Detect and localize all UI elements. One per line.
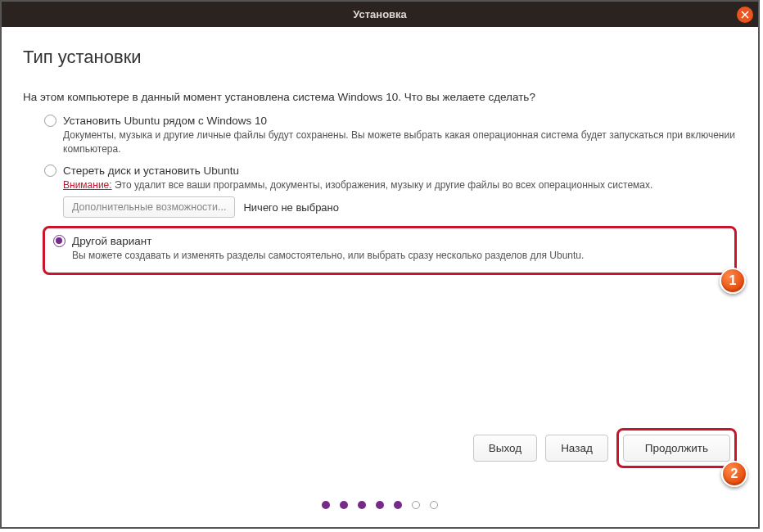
option-alongside-desc: Документы, музыка и другие личные файлы … — [63, 128, 737, 156]
navigation-buttons: Выход Назад Продолжить 2 — [473, 428, 737, 468]
highlight-other-option: Другой вариант Вы можете создавать и изм… — [43, 226, 737, 275]
content-area: Тип установки На этом компьютере в данны… — [2, 27, 758, 527]
advanced-row: Дополнительные возможности... Ничего не … — [63, 196, 737, 218]
option-something-else: Другой вариант Вы можете создавать и изм… — [53, 235, 726, 263]
back-button[interactable]: Назад — [545, 435, 608, 462]
page-title: Тип установки — [23, 47, 737, 68]
highlight-continue: Продолжить 2 — [616, 428, 737, 468]
option-erase-desc: Внимание: Это удалит все ваши программы,… — [63, 178, 737, 192]
option-erase-desc-rest: Это удалит все ваши программы, документы… — [112, 179, 653, 191]
continue-button[interactable]: Продолжить — [623, 435, 730, 462]
radio-other[interactable] — [53, 235, 65, 247]
window-frame: Установка Тип установки На этом компьюте… — [0, 0, 760, 529]
option-other-desc: Вы можете создавать и изменять разделы с… — [72, 249, 726, 263]
radio-erase[interactable] — [44, 165, 56, 177]
intro-text: На этом компьютере в данный момент устан… — [23, 91, 737, 103]
callout-badge-2: 2 — [721, 461, 747, 487]
callout-badge-1: 1 — [720, 268, 746, 294]
advanced-features-button[interactable]: Дополнительные возможности... — [63, 196, 235, 218]
option-erase-disk: Стереть диск и установить Ubuntu Внимани… — [44, 165, 737, 219]
close-button[interactable] — [737, 7, 753, 23]
progress-dot — [322, 501, 330, 509]
close-icon — [741, 11, 749, 19]
window-title: Установка — [2, 8, 758, 20]
warning-prefix: Внимание: — [63, 179, 112, 191]
titlebar: Установка — [2, 2, 758, 27]
progress-dot — [358, 501, 366, 509]
radio-alongside[interactable] — [44, 115, 56, 127]
option-install-alongside: Установить Ubuntu рядом с Windows 10 Док… — [44, 115, 737, 156]
advanced-status: Ничего не выбрано — [243, 201, 339, 214]
progress-dot — [340, 501, 348, 509]
install-options: Установить Ubuntu рядом с Windows 10 Док… — [44, 115, 737, 275]
option-other-label[interactable]: Другой вариант — [72, 235, 151, 247]
progress-dot — [394, 501, 402, 509]
progress-dot — [430, 501, 438, 509]
progress-dots — [322, 501, 438, 509]
progress-dot — [412, 501, 420, 509]
option-erase-label[interactable]: Стереть диск и установить Ubuntu — [63, 165, 239, 177]
progress-dot — [376, 501, 384, 509]
quit-button[interactable]: Выход — [473, 435, 537, 462]
option-alongside-label[interactable]: Установить Ubuntu рядом с Windows 10 — [63, 115, 267, 127]
